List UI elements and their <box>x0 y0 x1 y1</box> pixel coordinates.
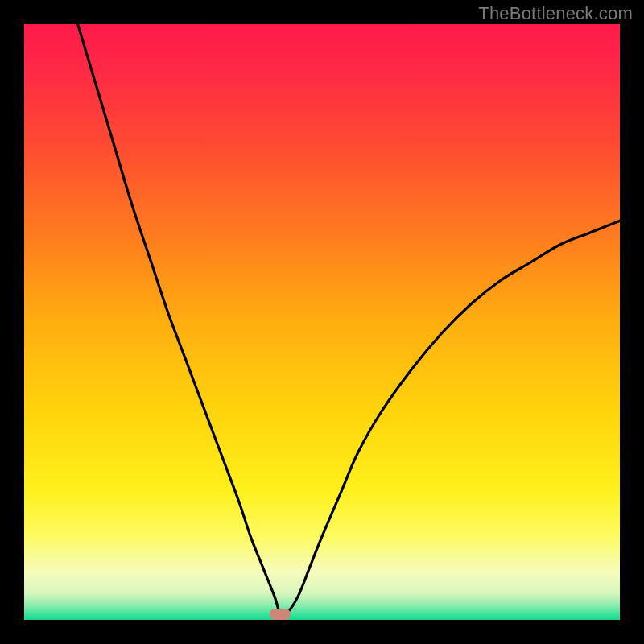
watermark-text: TheBottleneck.com <box>478 3 633 24</box>
chart-frame: TheBottleneck.com <box>0 0 644 644</box>
plot-svg <box>24 24 620 620</box>
gradient-background <box>24 24 620 620</box>
plot-area <box>24 24 620 620</box>
optimum-marker <box>270 609 291 620</box>
